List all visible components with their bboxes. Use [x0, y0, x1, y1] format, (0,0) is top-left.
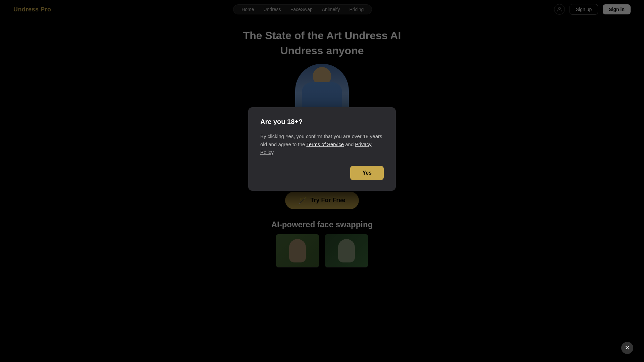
modal-title: Are you 18+? [260, 118, 384, 126]
modal-footer: Yes [260, 166, 384, 180]
modal-body: By clicking Yes, you confirm that you ar… [260, 132, 384, 157]
modal-overlay: Are you 18+? By clicking Yes, you confir… [0, 0, 644, 362]
terms-of-service-link[interactable]: Terms of Service [306, 141, 344, 147]
close-button[interactable]: ✕ [621, 342, 633, 354]
modal-yes-button[interactable]: Yes [350, 166, 384, 180]
age-verification-modal: Are you 18+? By clicking Yes, you confir… [248, 107, 396, 191]
